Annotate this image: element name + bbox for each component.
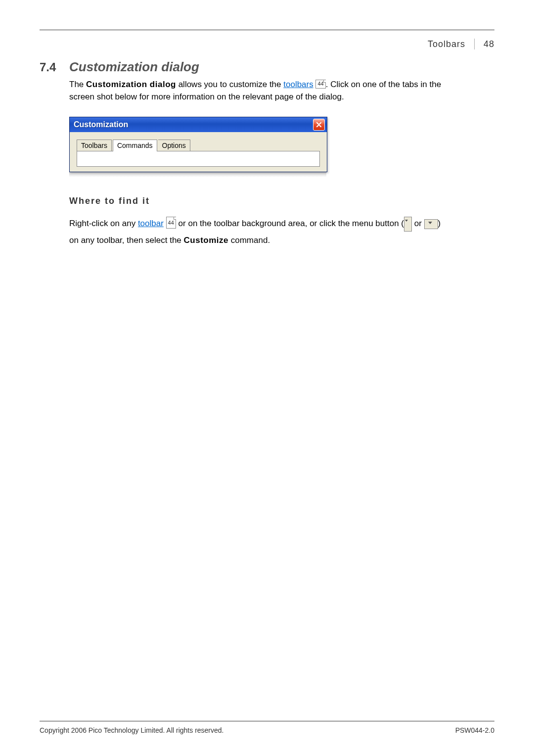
tab-toolbars[interactable]: Toolbars — [77, 140, 112, 151]
section-title: Customization dialog — [69, 59, 199, 75]
intro-text: The — [69, 80, 86, 89]
menu-button-vertical-icon — [404, 217, 412, 232]
intro-bold: Customization dialog — [86, 80, 176, 89]
footer-docref: PSW044-2.0 — [455, 726, 494, 734]
where-to-find-heading: Where to find it — [69, 196, 494, 206]
tab-commands[interactable]: Commands — [113, 140, 157, 151]
where-text3: or — [412, 219, 424, 228]
dialog-titlebar: Customization — [70, 117, 327, 132]
page-footer: Copyright 2006 Pico Technology Limited. … — [40, 726, 494, 734]
header-rule — [40, 30, 494, 30]
toolbars-link[interactable]: toolbars — [283, 80, 313, 89]
where-text1: Right-click on any — [69, 219, 138, 228]
customization-dialog: Customization Toolbars Commands Options — [69, 117, 327, 172]
customize-command: Customize — [184, 236, 228, 245]
header-separator — [474, 39, 475, 49]
header-page-number: 48 — [484, 39, 494, 49]
section-number: 7.4 — [40, 60, 69, 74]
close-icon[interactable] — [313, 119, 325, 131]
page-header: Toolbars 48 — [428, 39, 494, 49]
page-ref-44b[interactable]: 44 — [166, 217, 176, 229]
footer-rule — [40, 721, 494, 721]
tab-options[interactable]: Options — [158, 140, 190, 151]
where-text5: command. — [228, 236, 270, 245]
intro-paragraph: The Customization dialog allows you to c… — [69, 79, 445, 103]
footer-copyright: Copyright 2006 Pico Technology Limited. … — [40, 726, 224, 734]
dialog-shadow — [69, 172, 326, 177]
section-heading: 7.4 Customization dialog — [40, 59, 494, 75]
document-page: Toolbars 48 7.4 Customization dialog The… — [0, 0, 534, 756]
dialog-tabpanel — [77, 151, 320, 167]
page-ref-44[interactable]: 44 — [315, 80, 325, 89]
where-text2: or on the toolbar background area, or cl… — [176, 219, 404, 228]
where-to-find-body: Right-click on any toolbar 44 or on the … — [69, 215, 445, 249]
dialog-tabstrip: Toolbars Commands Options — [70, 132, 327, 151]
intro-text2: allows you to customize the — [176, 80, 283, 89]
header-section-name: Toolbars — [428, 39, 465, 49]
dialog-title: Customization — [74, 120, 128, 129]
toolbar-link[interactable]: toolbar — [138, 219, 164, 228]
menu-button-horizontal-icon — [424, 219, 438, 229]
